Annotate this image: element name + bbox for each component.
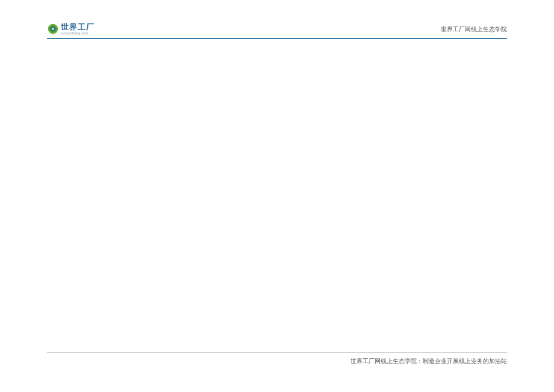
brand-logo-text: 世界工厂 GongChang.com [61,23,95,35]
header-divider [47,38,507,39]
footer-divider [47,352,507,353]
header-bar: 世界工厂 GongChang.com 世界工厂网线上生态学院 [47,23,507,37]
factory-gear-icon [47,23,59,35]
svg-point-2 [52,28,54,30]
brand-logo-main: 世界工厂 [61,23,95,31]
brand-logo-sub: GongChang.com [61,31,95,35]
slide-content-area [47,42,507,338]
footer-tagline: 世界工厂网线上生态学院：制造企业开展线上业务的加油站 [350,357,507,366]
header-title-right: 世界工厂网线上生态学院 [441,25,507,35]
brand-logo: 世界工厂 GongChang.com [47,23,95,35]
